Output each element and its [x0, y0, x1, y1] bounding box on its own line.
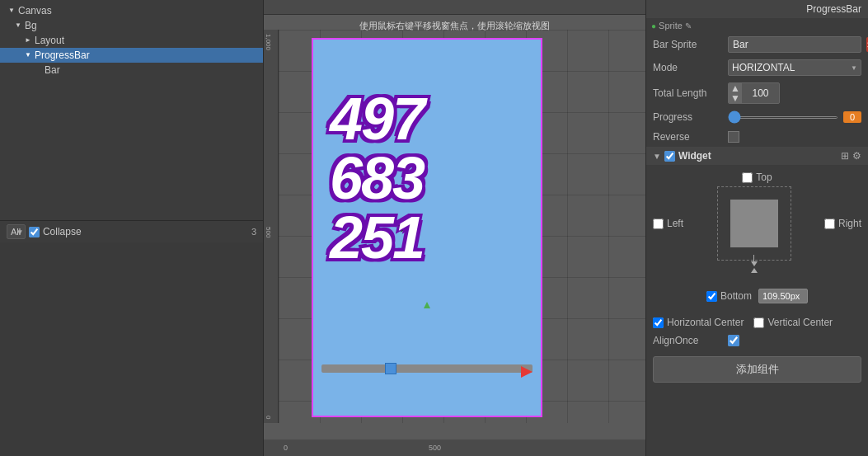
- horizontal-center-label[interactable]: Horizontal Center: [653, 317, 744, 328]
- progress-label: Progress: [653, 111, 723, 123]
- anchor-right-label[interactable]: Right: [824, 218, 861, 229]
- anchor-top-checkbox[interactable]: [742, 172, 753, 183]
- align-once-checkbox[interactable]: [728, 335, 739, 346]
- anchor-bottom-value-input[interactable]: [758, 289, 808, 303]
- widget-enable-checkbox[interactable]: [664, 151, 675, 162]
- tree-label-bar: Bar: [45, 64, 60, 76]
- progress-slider[interactable]: [728, 116, 838, 119]
- arrow-canvas: ▼: [7, 6, 16, 16]
- tree-item-progressbar[interactable]: ▼ ProgressBar: [0, 48, 263, 63]
- mode-wrapper: HORIZONTAL VERTICAL FILLED: [728, 59, 861, 76]
- widget-header: ▼ Widget ⊞ ⚙: [646, 147, 868, 165]
- tree-item-canvas[interactable]: ▼ Canvas: [0, 3, 263, 18]
- anchor-right-text: Right: [838, 218, 861, 229]
- widget-copy-btn[interactable]: ⊞: [841, 150, 849, 162]
- sprite-header-label: Sprite: [659, 21, 683, 31]
- horizontal-center-checkbox[interactable]: [653, 317, 664, 328]
- reverse-label: Reverse: [653, 131, 723, 143]
- ruler-label-1000: 1,000: [265, 34, 272, 50]
- align-once-label: AlignOnce: [653, 335, 723, 346]
- collapse-checkbox[interactable]: [29, 227, 40, 237]
- list-panel: [0, 242, 263, 456]
- anchor-bottom-row: Bottom: [700, 285, 814, 307]
- progress-value-badge: 0: [843, 111, 861, 123]
- vertical-center-checkbox[interactable]: [753, 317, 764, 328]
- progress-slider-container: 0: [728, 111, 861, 123]
- tree-label-layout: Layout: [35, 35, 64, 46]
- ruler-label-500: 500: [265, 227, 272, 237]
- bar-sprite-row: Bar Sprite ✕: [646, 33, 868, 56]
- widget-gear-btn[interactable]: ⚙: [852, 150, 861, 162]
- right-panel: ProgressBar ● Sprite ✎ Bar Sprite ✕ Mode…: [645, 0, 868, 456]
- collapse-checkbox-label[interactable]: Collapse: [29, 226, 82, 237]
- arrow-bg: ▼: [13, 21, 23, 31]
- anchor-bottom-text: Bottom: [720, 290, 752, 302]
- center-panel: 1,000 500 0 使用鼠标右键平移视窗焦点，使用滚轮缩放视图 497 68…: [264, 0, 645, 456]
- tree-item-bar[interactable]: Bar: [0, 63, 263, 78]
- ruler-left: 1,000 500 0: [264, 30, 279, 423]
- bar-sprite-input[interactable]: [728, 36, 861, 53]
- total-length-input[interactable]: [742, 86, 779, 101]
- progress-arrow: [521, 366, 533, 378]
- tree-label-bg: Bg: [25, 20, 37, 31]
- widget-collapse-icon[interactable]: ▼: [653, 152, 661, 161]
- bottom-ruler-500: 500: [429, 444, 441, 452]
- mode-row: Mode HORIZONTAL VERTICAL FILLED: [646, 56, 868, 79]
- bottom-ruler-0: 0: [284, 444, 288, 452]
- game-viewport[interactable]: 497 683 251: [279, 30, 645, 423]
- progress-bar-container: [321, 363, 533, 374]
- arrow-progressbar: ▼: [23, 50, 33, 60]
- total-length-row: Total Length ▲▼: [646, 79, 868, 107]
- anchor-bottom-label[interactable]: Bottom: [706, 290, 752, 302]
- vertical-center-text: Vertical Center: [767, 317, 833, 328]
- tree-item-bg[interactable]: ▼ Bg: [0, 18, 263, 33]
- sprite-section-header: ● Sprite ✎: [646, 18, 868, 33]
- arrow-bar: [33, 65, 43, 75]
- total-length-decrement[interactable]: ▲▼: [729, 83, 742, 103]
- widget-title: Widget: [678, 150, 838, 162]
- ruler-label-0: 0: [265, 416, 272, 419]
- add-component-button[interactable]: 添加组件: [653, 356, 861, 383]
- bar-sprite-label: Bar Sprite: [653, 39, 723, 50]
- big-numbers-display: 497 683 251: [330, 89, 424, 267]
- anchor-middle-row: Left Right: [653, 186, 861, 261]
- anchor-left-checkbox[interactable]: [653, 219, 664, 229]
- tree-label-progressbar: ProgressBar: [35, 49, 90, 61]
- left-panel: ▼ Canvas ▼ Bg ► Layout ▼ ProgressBar Bar…: [0, 0, 264, 456]
- lines-count: 3: [251, 227, 256, 237]
- vertical-center-label[interactable]: Vertical Center: [753, 317, 833, 328]
- anchor-top-row: Top: [653, 172, 861, 183]
- total-length-stepper: ▲▼: [728, 82, 780, 104]
- green-triangle-indicator: [424, 302, 430, 308]
- widget-icons: ⊞ ⚙: [841, 150, 861, 162]
- horizontal-center-text: Horizontal Center: [667, 317, 744, 328]
- reverse-row: Reverse: [646, 127, 868, 147]
- anchor-right-checkbox[interactable]: [824, 219, 835, 229]
- anchor-left-text: Left: [667, 218, 683, 229]
- canvas-hint: 使用鼠标右键平移视窗焦点，使用滚轮缩放视图: [359, 20, 550, 32]
- filter-select[interactable]: All: [7, 224, 26, 239]
- anchor-box: [717, 186, 791, 261]
- arrow-layout: ►: [23, 35, 33, 45]
- mode-label: Mode: [653, 62, 723, 73]
- reverse-checkbox[interactable]: [728, 131, 739, 143]
- anchor-left-label[interactable]: Left: [653, 218, 683, 229]
- alignment-row: Horizontal Center Vertical Center: [646, 313, 868, 331]
- progress-row: Progress 0: [646, 107, 868, 127]
- anchor-top-label[interactable]: Top: [742, 172, 772, 183]
- viewport-content[interactable]: 497 683 251: [312, 38, 542, 417]
- anchor-bottom-checkbox[interactable]: [706, 291, 717, 302]
- ruler-top: [264, 0, 645, 15]
- tree-item-layout[interactable]: ► Layout: [0, 33, 263, 48]
- collapse-label: Collapse: [43, 226, 82, 237]
- anchor-container: Top Left Right: [646, 165, 868, 313]
- align-once-row: AlignOnce: [646, 331, 868, 350]
- anchor-top-text: Top: [756, 172, 772, 183]
- component-title: ProgressBar: [646, 0, 868, 18]
- anchor-inner: [730, 200, 778, 247]
- bottom-ruler: 0 500: [264, 440, 645, 456]
- tree-label-canvas: Canvas: [18, 5, 52, 16]
- sprite-edit-btn[interactable]: ✎: [685, 21, 692, 31]
- progress-indicator: [385, 363, 396, 374]
- mode-select[interactable]: HORIZONTAL VERTICAL FILLED: [728, 59, 861, 76]
